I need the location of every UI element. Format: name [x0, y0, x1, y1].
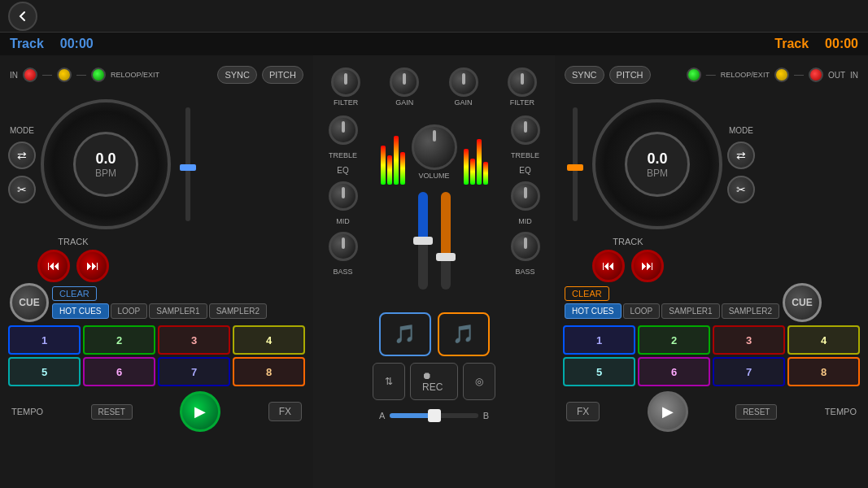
left-hotcues-tab[interactable]: HOT CUES — [52, 303, 109, 319]
left-turntable[interactable]: 0.0 BPM — [41, 99, 171, 229]
right-out-led[interactable] — [774, 68, 789, 82]
right-pad-6[interactable]: 6 — [638, 357, 710, 386]
right-filter-knob[interactable] — [508, 68, 537, 97]
right-reset-button[interactable]: RESET — [735, 404, 777, 420]
left-filter-group: FILTER — [331, 68, 360, 107]
left-track-label: Track — [10, 37, 44, 51]
left-gain-knob[interactable] — [390, 68, 419, 97]
left-loop-tab[interactable]: LOOP — [111, 303, 148, 319]
left-pad-7[interactable]: 7 — [158, 357, 230, 386]
left-bass-knob[interactable] — [329, 232, 358, 261]
right-pad-4[interactable]: 4 — [787, 325, 860, 355]
left-filter-knob[interactable] — [331, 68, 360, 97]
right-turntable[interactable]: 0.0 BPM — [592, 99, 722, 229]
left-prev-button[interactable]: ⏮ — [37, 250, 70, 282]
right-pad-grid: 1 2 3 4 5 6 7 8 — [563, 325, 860, 386]
right-in-led[interactable] — [809, 68, 823, 82]
right-cue-button[interactable]: CUE — [783, 283, 822, 322]
left-mode-btn-1[interactable]: ⇄ — [8, 142, 36, 169]
right-pad-1[interactable]: 1 — [563, 325, 635, 355]
left-pad-grid: 1 2 3 4 5 6 7 8 — [8, 325, 305, 386]
right-gain-label: GAIN — [455, 98, 473, 107]
left-next-button[interactable]: ⏭ — [76, 250, 109, 282]
left-pitch-button[interactable]: PITCH — [262, 66, 303, 84]
left-play-button[interactable]: ▶ — [180, 391, 220, 432]
crossfader-row: A B — [373, 403, 495, 428]
right-sampler1-tab[interactable]: SAMPLER1 — [661, 303, 719, 319]
rec-button[interactable]: ⏺ REC — [410, 363, 458, 400]
left-gain-label: GAIN — [395, 98, 413, 107]
left-mode-label: MODE — [10, 126, 34, 135]
mixer-adjust-button[interactable]: ⇅ — [373, 363, 405, 400]
left-eq-label: EQ — [337, 166, 348, 175]
crossfader[interactable] — [390, 413, 478, 418]
left-turntable-inner: 0.0 BPM — [73, 132, 138, 197]
right-sampler2-tab[interactable]: SAMPLER2 — [722, 303, 779, 319]
right-sync-button[interactable]: SYNC — [565, 66, 604, 84]
left-pad-8[interactable]: 8 — [233, 357, 305, 386]
left-sampler2-tab[interactable]: SAMPLER2 — [209, 303, 267, 319]
right-pad-5[interactable]: 5 — [563, 357, 635, 386]
left-cue-button[interactable]: CUE — [10, 283, 49, 322]
right-pad-2[interactable]: 2 — [638, 325, 710, 355]
reloop-label: RELOOP/EXIT — [111, 71, 159, 79]
right-turntable-inner: 0.0 BPM — [625, 132, 690, 197]
volume-knob[interactable] — [412, 124, 457, 170]
right-pitch-button[interactable]: PITCH — [609, 66, 651, 84]
right-loop-tab[interactable]: LOOP — [623, 303, 661, 319]
left-pad-5[interactable]: 5 — [8, 357, 81, 386]
right-hotcue-area: CLEAR HOT CUES LOOP SAMPLER1 SAMPLER2 CU… — [560, 281, 863, 435]
left-pad-2[interactable]: 2 — [83, 325, 155, 355]
right-pad-3[interactable]: 3 — [713, 325, 785, 355]
dj-main: IN — — RELOOP/EXIT SYNC PITCH MODE ⇄ ✂ — [0, 55, 868, 488]
right-filter-label: FILTER — [510, 98, 534, 107]
reloop-led[interactable] — [91, 68, 106, 82]
right-hotcues-tab[interactable]: HOT CUES — [565, 303, 622, 319]
left-deck: IN — — RELOOP/EXIT SYNC PITCH MODE ⇄ ✂ — [0, 55, 313, 488]
right-treble-label: TREBLE — [511, 151, 539, 159]
left-bpm-label: BPM — [95, 168, 116, 179]
right-reloop-led[interactable] — [687, 68, 701, 82]
left-turntable-row: MODE ⇄ ✂ 0.0 BPM — [5, 91, 308, 237]
right-mode-btn-1[interactable]: ⇄ — [727, 142, 755, 169]
right-pitch-slider[interactable] — [563, 99, 587, 229]
left-sync-button[interactable]: SYNC — [217, 66, 257, 84]
mixer-knobs-row: FILTER GAIN GAIN FILTER — [313, 59, 555, 115]
out-led[interactable] — [57, 68, 72, 82]
right-play-button[interactable]: ▶ — [648, 391, 688, 432]
left-add-playlist-button[interactable]: 🎵 — [379, 312, 431, 356]
left-pad-1[interactable]: 1 — [8, 325, 81, 355]
right-deck: SYNC PITCH — RELOOP/EXIT — OUT IN — [555, 55, 868, 488]
right-mid-label: MID — [518, 217, 532, 225]
left-pitch-slider[interactable] — [176, 99, 200, 229]
right-fx-button[interactable]: FX — [566, 402, 600, 421]
in-led[interactable] — [23, 68, 37, 82]
right-treble-knob[interactable] — [511, 115, 540, 145]
left-pad-6[interactable]: 6 — [83, 357, 155, 386]
right-gain-knob[interactable] — [449, 68, 478, 97]
right-pad-8[interactable]: 8 — [787, 357, 860, 386]
right-prev-button[interactable]: ⏮ — [592, 250, 625, 282]
right-add-playlist-button[interactable]: 🎵 — [438, 312, 490, 356]
right-next-button[interactable]: ⏭ — [631, 250, 664, 282]
right-clear-button[interactable]: CLEAR — [565, 286, 609, 301]
mixer-target-button[interactable]: ◎ — [463, 363, 495, 400]
right-mode-btn-2[interactable]: ✂ — [727, 176, 755, 203]
left-reset-button[interactable]: RESET — [91, 404, 133, 420]
left-pad-3[interactable]: 3 — [158, 325, 230, 355]
left-mode-btn-2[interactable]: ✂ — [8, 176, 36, 203]
right-bass-knob[interactable] — [511, 232, 540, 261]
left-pad-4[interactable]: 4 — [233, 325, 305, 355]
right-gain-group: GAIN — [449, 68, 478, 107]
left-sampler1-tab[interactable]: SAMPLER1 — [149, 303, 207, 319]
right-track-btn-row: TRACK ⏮ ⏭ — [560, 239, 863, 280]
in-label: IN — [10, 71, 18, 80]
left-clear-button[interactable]: CLEAR — [52, 286, 97, 301]
left-mid-knob[interactable] — [329, 181, 358, 211]
right-mid-knob[interactable] — [511, 181, 540, 211]
top-bar — [0, 0, 868, 33]
left-fx-button[interactable]: FX — [268, 402, 302, 421]
back-button[interactable] — [8, 2, 37, 31]
left-treble-knob[interactable] — [329, 115, 358, 145]
right-pad-7[interactable]: 7 — [713, 357, 785, 386]
